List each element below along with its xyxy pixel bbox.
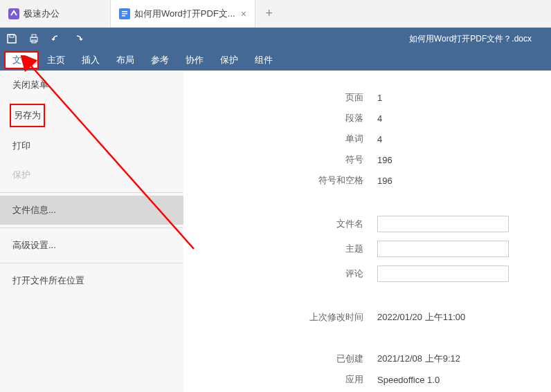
side-save-as[interactable]: 另存为 <box>10 104 45 127</box>
label-paragraphs: 段落 <box>211 112 377 124</box>
label-symbols: 符号 <box>211 153 377 166</box>
label-symbols-spaces: 符号和空格 <box>211 174 377 187</box>
divider <box>0 227 183 228</box>
close-tab-icon[interactable]: × <box>241 8 246 19</box>
input-filename[interactable] <box>377 216 509 232</box>
app-logo-icon <box>8 8 19 19</box>
divider <box>0 263 183 263</box>
val-pages: 1 <box>377 93 502 103</box>
val-modified: 2022/01/20 上午11:00 <box>377 311 502 324</box>
undo-icon[interactable] <box>50 32 62 45</box>
label-filename: 文件名 <box>211 218 377 230</box>
menu-insert[interactable]: 插入 <box>73 51 108 69</box>
label-words: 单词 <box>211 133 377 145</box>
svg-rect-3 <box>122 13 127 15</box>
label-modified: 上次修改时间 <box>211 311 377 324</box>
divider <box>0 192 183 193</box>
redo-icon[interactable] <box>72 32 84 45</box>
app-tab-home[interactable]: 极速办公 <box>0 0 111 27</box>
val-app: Speedoffice 1.0 <box>377 375 502 385</box>
val-paragraphs: 4 <box>377 113 502 124</box>
side-open-location[interactable]: 打开文件所在位置 <box>0 266 183 295</box>
doc-icon <box>119 8 130 19</box>
quick-toolbar: 如何用Word打开PDF文件？.docx <box>0 28 551 50</box>
side-print[interactable]: 打印 <box>0 131 183 160</box>
label-comment: 评论 <box>211 268 377 280</box>
label-app: 应用 <box>211 373 377 386</box>
menu-home[interactable]: 主页 <box>39 51 73 69</box>
side-advanced[interactable]: 高级设置... <box>0 231 183 260</box>
menu-bar: 文件 主页 插入 布局 参考 协作 保护 组件 <box>0 50 551 71</box>
title-bar: 极速办公 如何用Word打开PDF文... × + <box>0 0 551 28</box>
menu-collab[interactable]: 协作 <box>177 51 212 69</box>
menu-layout[interactable]: 布局 <box>108 51 143 69</box>
tab-title: 如何用Word打开PDF文... <box>134 8 235 20</box>
new-tab-button[interactable]: + <box>255 6 283 21</box>
val-created: 2021/12/08 上午9:12 <box>377 353 502 365</box>
val-words: 4 <box>377 134 502 144</box>
save-icon[interactable] <box>6 32 18 45</box>
document-tab[interactable]: 如何用Word打开PDF文... × <box>111 0 255 27</box>
app-name: 极速办公 <box>24 8 60 20</box>
side-file-info[interactable]: 文件信息... <box>0 196 183 225</box>
svg-rect-4 <box>122 15 125 17</box>
val-symbols: 196 <box>377 155 502 165</box>
input-subject[interactable] <box>377 241 509 257</box>
menu-protect[interactable]: 保护 <box>212 51 246 69</box>
label-subject: 主题 <box>211 243 377 255</box>
label-created: 已创建 <box>211 353 377 365</box>
menu-file[interactable]: 文件 <box>4 51 39 69</box>
side-close-menu[interactable]: 关闭菜单 <box>0 71 183 100</box>
menu-reference[interactable]: 参考 <box>143 51 177 69</box>
label-pages: 页面 <box>211 91 377 104</box>
menu-component[interactable]: 组件 <box>246 51 281 69</box>
print-icon[interactable] <box>28 32 40 45</box>
input-comment[interactable] <box>377 265 509 282</box>
document-title: 如何用Word打开PDF文件？.docx <box>94 33 545 45</box>
side-protect: 保护 <box>0 160 183 189</box>
svg-rect-7 <box>32 35 36 37</box>
val-symbols-spaces: 196 <box>377 176 502 186</box>
file-info-panel: 页面1 段落4 单词4 符号196 符号和空格196 文件名 主题 评论 上次修… <box>183 71 551 392</box>
main-area: 关闭菜单 另存为 打印 保护 文件信息... 高级设置... 打开文件所在位置 … <box>0 71 551 392</box>
svg-rect-2 <box>122 11 127 12</box>
file-sidebar: 关闭菜单 另存为 打印 保护 文件信息... 高级设置... 打开文件所在位置 <box>0 71 183 392</box>
